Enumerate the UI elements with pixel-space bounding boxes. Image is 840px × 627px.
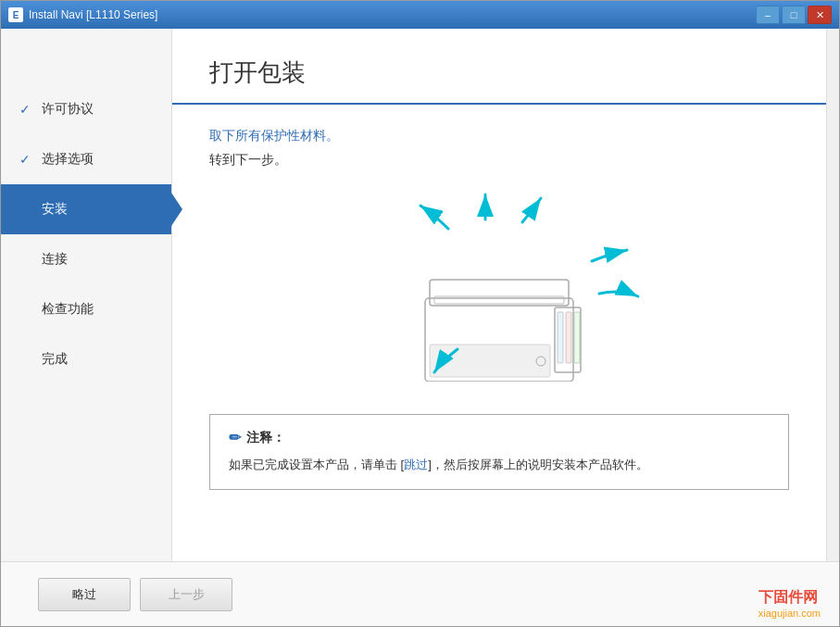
svg-rect-6: [574, 312, 580, 363]
watermark-line1: 下固件网: [759, 588, 821, 608]
main-window: E Install Navi [L1110 Series] – □ ✕ ✓ 许可…: [0, 0, 840, 627]
printer-illustration: [209, 187, 789, 391]
app-icon: E: [8, 7, 23, 22]
note-title: ✏ 注释：: [229, 429, 770, 446]
svg-rect-1: [430, 280, 569, 306]
titlebar-left: E Install Navi [L1110 Series]: [8, 7, 157, 22]
main-header: 打开包装: [172, 29, 826, 105]
titlebar-buttons: – □ ✕: [756, 6, 832, 24]
main-body: 取下所有保护性材料。 转到下一步。: [172, 105, 826, 561]
content-area: ✓ 许可协议 ✓ 选择选项 安装 连接 检查功能 完成: [1, 29, 839, 561]
svg-rect-4: [558, 312, 563, 363]
instruction-2: 转到下一步。: [209, 152, 789, 169]
check-icon-2: ✓: [19, 152, 34, 167]
sidebar-label-license: 许可协议: [42, 101, 94, 118]
footer: 略过 上一步 下固件网 xiagujian.com: [1, 561, 839, 626]
sidebar-item-complete[interactable]: 完成: [1, 334, 171, 384]
watermark-line2: xiagujian.com: [759, 608, 821, 619]
sidebar-item-check[interactable]: 检查功能: [1, 284, 171, 334]
sidebar-item-connect[interactable]: 连接: [1, 234, 171, 284]
sidebar-label-options: 选择选项: [42, 151, 94, 168]
scrollbar[interactable]: [826, 29, 839, 561]
sidebar: ✓ 许可协议 ✓ 选择选项 安装 连接 检查功能 完成: [1, 29, 172, 561]
sidebar-item-install[interactable]: 安装: [1, 184, 171, 234]
sidebar-label-install: 安装: [42, 201, 68, 218]
titlebar: E Install Navi [L1110 Series] – □ ✕: [1, 1, 839, 29]
sidebar-label-check: 检查功能: [42, 301, 94, 318]
page-title: 打开包装: [209, 56, 789, 89]
window-title: Install Navi [L1110 Series]: [29, 8, 157, 21]
svg-rect-5: [566, 312, 571, 363]
note-box: ✏ 注释： 如果已完成设置本产品，请单击 [跳过]，然后按屏幕上的说明安装本产品…: [209, 414, 789, 490]
sidebar-label-connect: 连接: [42, 251, 68, 268]
sidebar-item-options[interactable]: ✓ 选择选项: [1, 134, 171, 184]
watermark: 下固件网 xiagujian.com: [759, 588, 821, 619]
prev-button[interactable]: 上一步: [140, 578, 232, 611]
sidebar-label-complete: 完成: [42, 351, 68, 368]
note-icon: ✏: [229, 429, 241, 446]
skip-button[interactable]: 略过: [38, 578, 131, 611]
close-button[interactable]: ✕: [808, 6, 832, 24]
svg-rect-7: [430, 345, 550, 377]
check-icon: ✓: [19, 102, 34, 117]
minimize-button[interactable]: –: [756, 6, 780, 24]
svg-rect-2: [434, 296, 564, 304]
printer-svg: [305, 187, 694, 382]
sidebar-item-license[interactable]: ✓ 许可协议: [1, 84, 171, 134]
maximize-button[interactable]: □: [782, 6, 806, 24]
main-content: 打开包装 取下所有保护性材料。 转到下一步。: [172, 29, 826, 561]
instruction-1: 取下所有保护性材料。: [209, 128, 789, 144]
note-text: 如果已完成设置本产品，请单击 [跳过]，然后按屏幕上的说明安装本产品软件。: [229, 456, 770, 475]
